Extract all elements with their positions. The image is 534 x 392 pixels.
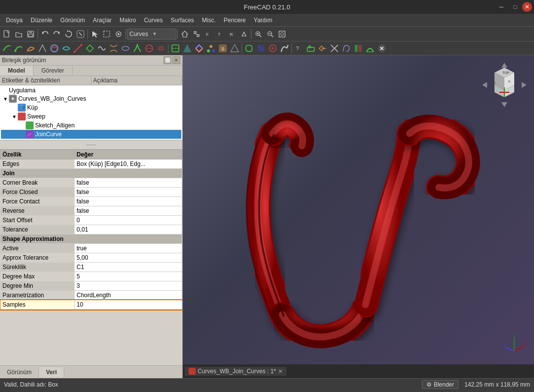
prop-row[interactable]: ParametrizationChordLength (0, 291, 182, 300)
tool-a[interactable] (169, 42, 181, 54)
prop-row[interactable]: EdgesBox (Küp) [Edge10, Edg... (0, 159, 182, 169)
tree-joincurve[interactable]: JoinCurve (1, 130, 181, 139)
prop-row[interactable]: Force Contactfalse (0, 197, 182, 206)
curve-tool-14[interactable] (155, 42, 167, 54)
prop-row[interactable]: Approx Tolerance5,00 (0, 253, 182, 263)
select-box-button[interactable] (101, 28, 113, 40)
tool-h[interactable] (255, 42, 267, 54)
prop-value[interactable]: 5,00 (75, 253, 182, 263)
prop-value[interactable]: C1 (75, 263, 182, 272)
view-fit-all-button[interactable] (191, 28, 203, 40)
curve-tool-13[interactable] (143, 42, 155, 54)
refresh-button[interactable] (63, 28, 75, 40)
select-all-button[interactable] (113, 28, 124, 40)
zoom-in-button[interactable] (252, 28, 264, 40)
tab-veri[interactable]: Veri (39, 367, 64, 377)
tool-q[interactable] (364, 42, 376, 54)
menu-yardim[interactable]: Yardım (250, 16, 277, 25)
menu-curves[interactable]: Curves (140, 16, 166, 25)
prop-value[interactable]: ChordLength (75, 291, 182, 300)
viewport-tab-close[interactable]: ✕ (278, 368, 283, 375)
curve-tool-1[interactable] (1, 42, 13, 54)
workbench-dropdown[interactable]: Curves ▼ (127, 29, 176, 39)
prop-value[interactable]: 0 (75, 216, 182, 225)
prop-value[interactable]: 3 (75, 281, 182, 291)
prop-row[interactable]: Degree Max5 (0, 272, 182, 281)
view-front-button[interactable]: F (203, 28, 214, 40)
panel-expand-button[interactable]: ⬜ (164, 56, 171, 64)
prop-row[interactable]: Samples10 (0, 300, 182, 310)
viewport[interactable]: TOP L R X Z Y Curves (183, 55, 534, 378)
tool-m[interactable] (317, 42, 329, 54)
tree-sweep[interactable]: ▼ Sweep (1, 112, 181, 121)
prop-value[interactable]: false (75, 188, 182, 197)
curve-tool-10[interactable] (108, 42, 120, 54)
view-right-button[interactable]: R (226, 28, 238, 40)
curve-tool-11[interactable] (120, 42, 131, 54)
prop-row[interactable]: Degree Min3 (0, 281, 182, 291)
menu-surfaces[interactable]: Surfaces (166, 16, 198, 25)
prop-row[interactable]: Reversefalse (0, 206, 182, 216)
redo-button[interactable] (51, 28, 63, 40)
prop-row[interactable]: Activetrue (0, 244, 182, 253)
curve-tool-2[interactable] (13, 42, 25, 54)
tool-n[interactable] (329, 42, 340, 54)
tool-p[interactable] (352, 42, 364, 54)
tool-c[interactable] (193, 42, 205, 54)
curve-tool-4[interactable] (37, 42, 48, 54)
prop-value[interactable]: Box (Küp) [Edge10, Edg... (75, 159, 182, 169)
curve-tool-6[interactable] (60, 42, 72, 54)
zoom-fit-button[interactable] (276, 28, 288, 40)
tool-k[interactable]: ? (293, 42, 305, 54)
maximize-button[interactable]: □ (508, 0, 522, 14)
navcube[interactable]: TOP L R (480, 60, 529, 110)
prop-row[interactable]: Force Closedfalse (0, 188, 182, 197)
view-persp-button[interactable] (238, 28, 250, 40)
prop-value[interactable]: 10 (75, 300, 182, 310)
tree-root-item[interactable]: ▼ Curves_WB_Join_Curves (1, 94, 181, 103)
prop-row[interactable]: Start Offset0 (0, 216, 182, 225)
blender-button[interactable]: ⚙ Blender (422, 380, 458, 389)
curve-tool-12[interactable] (131, 42, 143, 54)
prop-value[interactable]: false (75, 206, 182, 216)
zoom-out-button[interactable] (264, 28, 276, 40)
close-button[interactable]: ✕ (522, 2, 532, 12)
panel-close-button[interactable]: ✕ (172, 56, 180, 64)
prop-value[interactable]: false (75, 197, 182, 206)
select-mode-button[interactable] (89, 28, 101, 40)
menu-duzenle[interactable]: Düzenle (27, 16, 56, 25)
curve-tool-9[interactable] (96, 42, 108, 54)
viewport-tab[interactable]: Curves_WB_Join_Curves : 1* ✕ (185, 367, 287, 376)
tool-o[interactable] (340, 42, 352, 54)
prop-value[interactable]: false (75, 178, 182, 188)
prop-value[interactable]: 0,01 (75, 225, 182, 235)
menu-makro[interactable]: Makro (116, 16, 140, 25)
curve-tool-5[interactable] (48, 42, 60, 54)
menu-gorunum[interactable]: Görünüm (56, 16, 89, 25)
open-file-button[interactable] (13, 28, 25, 40)
tool-e[interactable]: S (217, 42, 229, 54)
menu-pencere[interactable]: Pencere (220, 16, 250, 25)
undo-button[interactable] (39, 28, 51, 40)
tool-j[interactable] (279, 42, 290, 54)
curve-tool-3[interactable] (25, 42, 37, 54)
tree-sketch[interactable]: Sketch_Altigen (1, 121, 181, 130)
tab-model[interactable]: Model (0, 66, 34, 76)
tab-gorunum[interactable]: Görünüm (0, 367, 39, 377)
tab-tasks[interactable]: Görevler (34, 66, 73, 76)
menu-araclar[interactable]: Araçlar (89, 16, 116, 25)
curve-tool-7[interactable] (72, 42, 84, 54)
tool-b[interactable] (181, 42, 193, 54)
tool-i[interactable] (267, 42, 279, 54)
tool-d[interactable] (205, 42, 217, 54)
menu-misc[interactable]: Misc. (198, 16, 220, 25)
prop-row[interactable]: Corner Breakfalse (0, 178, 182, 188)
view-top-button[interactable]: T (214, 28, 226, 40)
new-file-button[interactable] (1, 28, 13, 40)
view-home-button[interactable] (179, 28, 191, 40)
tool-g[interactable] (243, 42, 255, 54)
tree-kup[interactable]: Küp (1, 103, 181, 112)
tool-f[interactable] (229, 42, 241, 54)
tool-r[interactable] (376, 42, 388, 54)
prop-value[interactable]: true (75, 244, 182, 253)
